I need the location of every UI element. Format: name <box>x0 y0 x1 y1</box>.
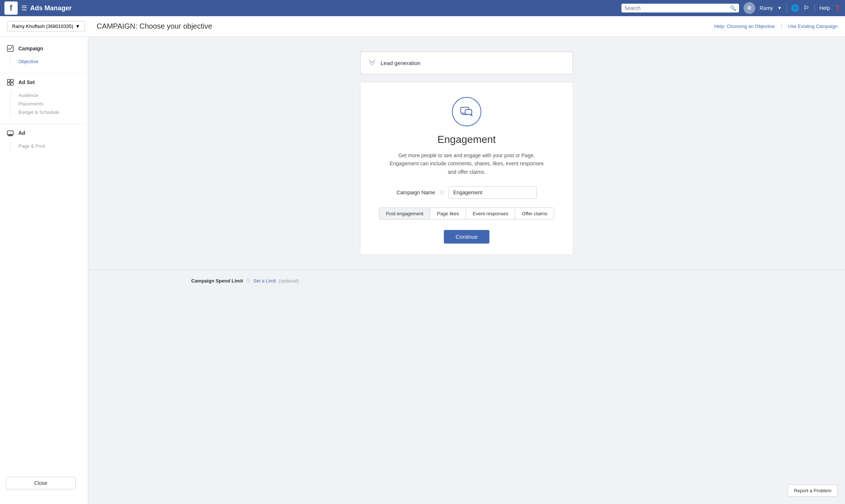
page-title: CAMPAIGN: Choose your objective <box>97 22 212 30</box>
campaign-name-label: Campaign Name <box>396 190 435 195</box>
svg-rect-4 <box>11 83 13 85</box>
sidebar-item-objective[interactable]: Objective <box>6 57 82 66</box>
lead-gen-icon <box>368 58 376 68</box>
adset-icon <box>6 78 15 87</box>
main-content: Campaign Objective <box>0 37 845 504</box>
avatar: R <box>744 2 755 14</box>
ad-section-header: Ad <box>6 129 82 137</box>
use-existing-campaign-button[interactable]: Use Existing Campaign <box>788 24 838 29</box>
sidebar-item-placements[interactable]: Placements <box>6 100 82 108</box>
user-dropdown-icon[interactable]: ▼ <box>777 6 782 11</box>
sidebar-campaign-section: Campaign Objective <box>0 44 88 66</box>
type-buttons-group: Post engagement Page likes Event respons… <box>371 208 562 220</box>
close-button[interactable]: Close <box>6 477 76 489</box>
search-icon[interactable]: 🔍 <box>730 5 736 11</box>
account-dropdown-icon: ▼ <box>75 24 80 29</box>
page-likes-button[interactable]: Page likes <box>430 208 466 220</box>
app-title: Ads Manager <box>30 4 72 12</box>
sidebar-close-area: Close <box>6 477 76 489</box>
sidebar-divider-2 <box>0 124 88 124</box>
account-name: Ramy Khuffash (368010335) <box>12 24 73 29</box>
campaign-section-title: Campaign <box>18 46 43 51</box>
sub-header-right: Help: Choosing an Objective | Use Existi… <box>714 24 838 29</box>
event-responses-button[interactable]: Event responses <box>466 208 515 220</box>
sidebar-adset-section: Ad Set Audience Placements Budget & Sche… <box>0 78 88 116</box>
help-label[interactable]: Help <box>819 5 830 11</box>
campaign-icon <box>6 44 15 53</box>
campaign-section-header: Campaign <box>6 44 82 53</box>
search-input[interactable] <box>624 5 730 11</box>
content-area: Lead generation Engagement Get <box>88 37 845 504</box>
campaign-name-input[interactable] <box>449 186 537 199</box>
globe-icon[interactable]: 🌐 <box>791 4 799 12</box>
bottom-bar: Campaign Spend Limit ⓘ Set a Limit (opti… <box>88 270 845 292</box>
sidebar-item-audience[interactable]: Audience <box>6 91 82 100</box>
svg-rect-2 <box>11 79 13 82</box>
user-name[interactable]: Ramy <box>760 5 773 11</box>
optional-text: (optional) <box>279 278 299 284</box>
set-limit-link[interactable]: Set a Limit <box>253 278 276 284</box>
lead-gen-card[interactable]: Lead generation <box>360 51 573 75</box>
sidebar-divider-1 <box>0 73 88 73</box>
svg-rect-1 <box>7 79 10 82</box>
nav-right-section: R Ramy ▼ 🌐 🏳 Help ❓ <box>744 2 841 14</box>
engagement-description: Get more people to see and engage with y… <box>389 151 544 176</box>
adset-section-header: Ad Set <box>6 78 82 87</box>
continue-button[interactable]: Continue <box>444 230 489 244</box>
sub-header: Ramy Khuffash (368010335) ▼ CAMPAIGN: Ch… <box>0 16 845 37</box>
nav-divider <box>786 4 787 12</box>
spend-info-icon[interactable]: ⓘ <box>246 278 250 284</box>
sidebar: Campaign Objective <box>0 37 88 504</box>
nav-divider-2 <box>814 4 815 12</box>
help-choosing-link[interactable]: Help: Choosing an Objective <box>714 24 775 29</box>
hamburger-icon[interactable]: ☰ <box>21 4 27 12</box>
post-engagement-button[interactable]: Post engagement <box>379 208 430 220</box>
campaign-spend-label: Campaign Spend Limit <box>191 278 243 284</box>
engagement-icon <box>452 97 481 126</box>
ad-icon <box>6 129 15 137</box>
adset-section-title: Ad Set <box>18 79 35 85</box>
facebook-logo: f <box>4 1 18 15</box>
engagement-title: Engagement <box>371 134 562 145</box>
lead-gen-text: Lead generation <box>381 60 420 66</box>
page-wrapper: Ramy Khuffash (368010335) ▼ CAMPAIGN: Ch… <box>0 16 845 504</box>
top-nav: f ☰ Ads Manager 🔍 R Ramy ▼ 🌐 🏳 Help ❓ <box>0 0 845 16</box>
report-problem-button[interactable]: Report a Problem <box>788 485 838 497</box>
flag-icon[interactable]: 🏳 <box>803 4 810 12</box>
search-bar: 🔍 <box>621 4 739 12</box>
svg-rect-11 <box>465 109 472 114</box>
sidebar-ad-section: Ad Page & Post <box>0 129 88 150</box>
sub-header-left: Ramy Khuffash (368010335) ▼ CAMPAIGN: Ch… <box>7 21 212 32</box>
campaign-name-row: Campaign Name ⓘ <box>371 186 562 199</box>
help-icon[interactable]: ❓ <box>834 5 841 11</box>
account-selector[interactable]: Ramy Khuffash (368010335) ▼ <box>7 21 85 32</box>
campaign-name-info-icon[interactable]: ⓘ <box>440 190 444 196</box>
ad-section-title: Ad <box>18 130 25 136</box>
engagement-section: Engagement Get more people to see and en… <box>360 82 573 255</box>
offer-claims-button[interactable]: Offer claims <box>515 208 554 220</box>
svg-rect-3 <box>7 83 10 85</box>
sidebar-item-page-post[interactable]: Page & Post <box>6 142 82 150</box>
sidebar-item-budget-schedule[interactable]: Budget & Schedule <box>6 108 82 116</box>
